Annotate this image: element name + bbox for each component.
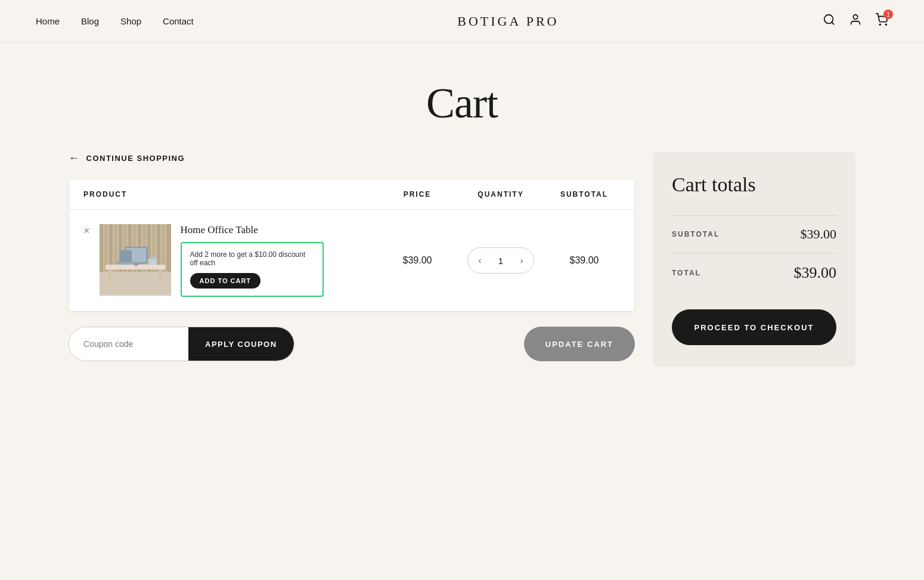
header-quantity: QUANTITY: [453, 190, 548, 198]
nav-shop[interactable]: Shop: [120, 16, 141, 26]
nav-home[interactable]: Home: [36, 16, 60, 26]
svg-point-0: [824, 15, 833, 24]
page-title: Cart: [0, 79, 924, 128]
product-image: [100, 224, 171, 296]
svg-point-2: [853, 15, 857, 19]
coupon-input[interactable]: [69, 327, 188, 361]
nav-contact[interactable]: Contact: [163, 16, 194, 26]
search-icon: [823, 13, 836, 26]
quantity-cell: ‹ 1 ›: [453, 247, 548, 274]
svg-point-4: [885, 24, 886, 25]
cart-table: PRODUCT PRICE QUANTITY SUBTOTAL ×: [69, 179, 635, 312]
navbar: Home Blog Shop Contact BOTIGA PRO 1: [0, 0, 924, 43]
user-icon: [849, 13, 862, 26]
total-row: TOTAL $39.00: [672, 253, 836, 293]
account-button[interactable]: [849, 13, 862, 29]
svg-rect-30: [148, 259, 157, 265]
subtotal-value: $39.00: [801, 227, 837, 242]
back-arrow-icon: ←: [69, 152, 80, 165]
quantity-decrease-button[interactable]: ‹: [468, 247, 492, 274]
cart-actions: APPLY COUPON UPDATE CART: [69, 327, 635, 361]
update-cart-button[interactable]: UPDATE CART: [524, 327, 635, 361]
coupon-group: APPLY COUPON: [69, 327, 294, 361]
quantity-value: 1: [492, 256, 510, 266]
nav-icons: 1: [823, 13, 888, 29]
discount-tooltip: Add 2 more to get a $10.00 discount off …: [181, 242, 324, 297]
svg-rect-29: [120, 250, 132, 262]
svg-rect-23: [108, 269, 112, 284]
price-cell: $39.00: [382, 255, 453, 266]
nav-links: Home Blog Shop Contact: [36, 16, 194, 27]
subtotal-label: SUBTOTAL: [672, 230, 720, 238]
checkout-button[interactable]: PROCEED TO CHECKOUT: [672, 309, 836, 345]
cart-item-row: ×: [69, 210, 634, 312]
svg-rect-24: [159, 269, 162, 284]
header-subtotal: SUBTOTAL: [548, 190, 620, 198]
quantity-increase-button[interactable]: ›: [510, 247, 534, 274]
header-price: PRICE: [382, 190, 453, 198]
nav-blog[interactable]: Blog: [81, 16, 99, 26]
quantity-stepper: ‹ 1 ›: [467, 247, 534, 274]
product-info: Home Office Table Add 2 more to get a $1…: [181, 224, 324, 297]
add-to-cart-mini-button[interactable]: ADD TO CART: [190, 273, 261, 289]
cart-badge: 1: [883, 10, 893, 19]
continue-shopping-link[interactable]: ← CONTINUE SHOPPING: [69, 152, 635, 165]
subtotal-cell: $39.00: [548, 255, 620, 266]
page-title-section: Cart: [0, 43, 924, 152]
svg-rect-31: [150, 256, 155, 259]
subtotal-row: SUBTOTAL $39.00: [672, 215, 836, 253]
cart-content: ← CONTINUE SHOPPING PRODUCT PRICE QUANTI…: [33, 152, 891, 402]
product-cell: ×: [83, 224, 382, 297]
svg-point-3: [879, 24, 880, 25]
total-label: TOTAL: [672, 269, 701, 277]
cart-totals: Cart totals SUBTOTAL $39.00 TOTAL $39.00…: [653, 152, 855, 367]
remove-item-button[interactable]: ×: [83, 225, 90, 236]
cart-table-header: PRODUCT PRICE QUANTITY SUBTOTAL: [69, 179, 634, 210]
cart-left: ← CONTINUE SHOPPING PRODUCT PRICE QUANTI…: [69, 152, 635, 367]
search-button[interactable]: [823, 13, 836, 29]
product-name: Home Office Table: [181, 224, 324, 236]
continue-shopping-label: CONTINUE SHOPPING: [86, 154, 185, 163]
header-product: PRODUCT: [83, 190, 382, 198]
cart-totals-title: Cart totals: [672, 173, 836, 196]
total-value: $39.00: [794, 264, 837, 282]
svg-line-1: [832, 22, 834, 24]
cart-button[interactable]: 1: [875, 13, 888, 29]
apply-coupon-button[interactable]: APPLY COUPON: [188, 327, 294, 361]
brand-title: BOTIGA PRO: [457, 14, 559, 29]
discount-message: Add 2 more to get a $10.00 discount off …: [190, 250, 314, 267]
